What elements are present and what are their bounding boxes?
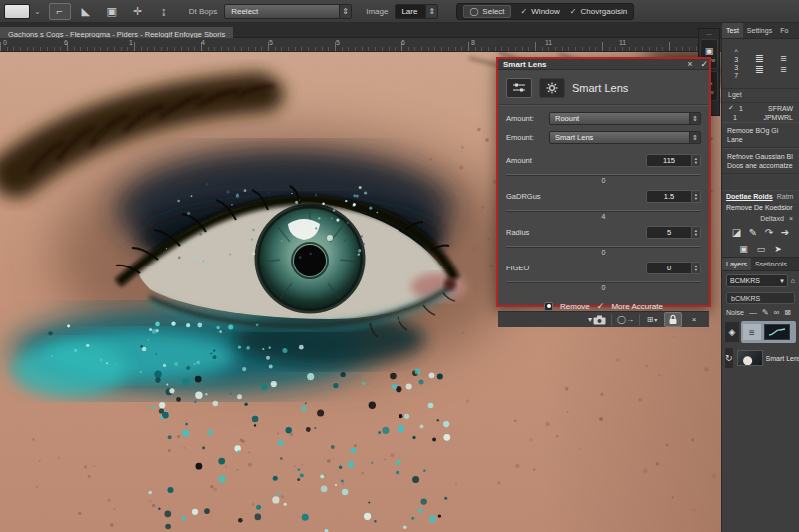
sharpen-toggle-label: Chovrgaoisin [580, 7, 627, 16]
check-icon: ✓ [570, 7, 577, 16]
remove-label: Remove [560, 302, 590, 311]
triangle-tool-button[interactable]: ◣ [75, 3, 97, 20]
box-icon[interactable]: ▣ [739, 244, 748, 254]
home-icon[interactable]: ⌂ [791, 277, 795, 284]
curve-thumbnail[interactable] [764, 324, 790, 340]
pencil-icon[interactable]: ✎ [762, 308, 769, 317]
row-number: 1 [739, 105, 743, 112]
layer-filter-bar[interactable]: bCMKRS [726, 292, 795, 304]
tab-fo[interactable]: Fo [776, 23, 792, 38]
list-glyph: ≣ [755, 63, 764, 75]
visibility-cell[interactable]: ◈ [725, 322, 739, 342]
bullet-list-icon[interactable]: ≣≣ [755, 53, 764, 75]
updown-icon: ⇕ [339, 5, 351, 18]
smart-lens-dialog: Smart Lens × ✓ [496, 57, 711, 307]
pointer-icon[interactable]: ➤ [774, 244, 782, 254]
gear-button[interactable] [539, 78, 565, 98]
anchor-tool-button[interactable]: ↨ [153, 3, 175, 20]
strip-grip-icon[interactable]: — [706, 31, 712, 37]
detail-row: Deltaxd × [722, 213, 799, 224]
preset-dropdown[interactable]: Roount ⇕ [549, 112, 701, 125]
close-icon[interactable]: × [687, 59, 692, 69]
lock-button[interactable] [664, 312, 682, 327]
layer-row-smart-lens[interactable]: ↻ Smart Lens [722, 345, 799, 371]
cancel-button[interactable]: × [685, 312, 703, 327]
chevron-down-icon[interactable]: ⌄ [34, 7, 41, 16]
row-text: SFRAW [768, 105, 793, 112]
radius-value: 5 [667, 228, 671, 237]
radius-input[interactable]: 5 [646, 226, 692, 239]
gadrgus-stepper[interactable]: ▴▾ [692, 190, 701, 203]
select-toggle[interactable]: ◯ Select [463, 5, 510, 18]
crop-icon[interactable]: ◪ [732, 227, 741, 238]
gadrgus-value: 1.5 [664, 192, 674, 201]
grid-icon: ⊞ [647, 315, 654, 324]
check-icon: ✓ [521, 7, 528, 16]
list-item[interactable]: 1 JPMWRL [722, 113, 799, 122]
horizontal-ruler[interactable]: 0 6 1 4 5 5 6 8 11 11 [0, 38, 721, 52]
close-icon: × [692, 315, 697, 324]
tab-layers[interactable]: Layers [722, 258, 751, 270]
mode-dropdown[interactable]: Smart Lens ⇕ [549, 131, 701, 144]
dropdown-icon: ▾ [654, 316, 657, 323]
tab-doetlae-roids[interactable]: Doetlae Roids [726, 193, 773, 200]
window-toggle[interactable]: ✓ Window [521, 7, 560, 16]
figeo-stepper[interactable]: ▴▾ [692, 262, 701, 274]
down-icon: ▾ [695, 268, 697, 272]
mask-icon[interactable]: ⊠ [784, 308, 791, 317]
amount-row: Amount 115 ▴▾ [506, 154, 701, 167]
check-icon[interactable]: ✓ [597, 301, 605, 311]
marquee-tool-button[interactable]: ▣ [101, 3, 123, 20]
amount-stepper[interactable]: ▴▾ [692, 154, 701, 167]
figeo-input[interactable]: 0 [646, 262, 692, 274]
tab-ratm[interactable]: Ratm [777, 193, 794, 200]
tab-ssetincols[interactable]: Ssetincols [751, 258, 791, 270]
refresh-cell[interactable]: ↻ [725, 348, 733, 368]
sync-button[interactable]: ◯→ [615, 312, 636, 327]
gadrgus-slider[interactable]: 4 [506, 208, 701, 222]
blend-mode-dropdown[interactable]: BCMKRS ▾ [726, 274, 788, 287]
ruler-label: 8 [471, 39, 475, 46]
camera-export-button[interactable]: ▾ [586, 312, 608, 327]
tab-test[interactable]: Test [722, 23, 743, 38]
noise-label: Noise [726, 309, 744, 316]
down-icon: ▾ [695, 197, 697, 201]
list-item[interactable]: ✓ 1 SFRAW [722, 103, 799, 113]
minus-icon[interactable]: — [749, 308, 757, 317]
amount-input[interactable]: 115 [646, 154, 692, 167]
mode-row: Emount: Smart Lens ⇕ [506, 131, 701, 144]
adjust-dropdown[interactable]: Reelect ⇕ [224, 4, 352, 19]
gadrgus-input[interactable]: 1.5 [646, 190, 692, 203]
undo-icon[interactable]: ↷ [765, 227, 773, 238]
radius-stepper[interactable]: ▴▾ [692, 226, 701, 239]
grid-button[interactable]: ⊞ ▾ [643, 312, 661, 327]
frame-icon[interactable]: ▭ [757, 244, 766, 254]
tool-preset-swatch[interactable] [4, 4, 30, 19]
spacing-values[interactable]: ^ 3 3 7 [734, 48, 738, 80]
amount-slider[interactable]: 0 [506, 172, 701, 186]
dialog-title-bar[interactable]: Smart Lens × ✓ [498, 59, 709, 70]
sharpen-toggle[interactable]: ✓ Chovrgaoisin [570, 7, 627, 16]
spacing-value: 3 [734, 56, 738, 64]
pencil-icon[interactable]: ✎ [749, 227, 757, 238]
radius-slider[interactable]: 0 [506, 244, 701, 258]
box-icon: ▣ [705, 46, 714, 56]
adjustment-thumbnail[interactable]: ≡ [743, 324, 761, 340]
camera-icon [593, 315, 606, 325]
corner-tool-button[interactable]: ⌐ [49, 3, 71, 20]
sliders-button[interactable] [506, 78, 532, 98]
mode-value: Smart Lens [555, 133, 689, 142]
gaussian-line-2: Doos ane accomatze [727, 161, 794, 170]
redo-icon[interactable]: ➔ [781, 227, 789, 238]
remove-radio[interactable] [544, 302, 553, 311]
confirm-icon[interactable]: ✓ [700, 59, 708, 69]
move-tool-button[interactable]: ✛ [127, 3, 149, 20]
numbered-list-icon[interactable]: ≡≡ [780, 53, 786, 75]
tab-settings[interactable]: Settings [743, 23, 776, 38]
image-dropdown[interactable]: Lare ⇕ [395, 4, 438, 19]
link-icon[interactable]: ∞ [774, 308, 780, 317]
figeo-slider[interactable]: 0 [506, 279, 701, 293]
layer-row-selected[interactable]: ◈ ≡ [722, 319, 799, 345]
layer-thumbnail[interactable] [737, 350, 763, 366]
close-icon[interactable]: × [789, 215, 793, 222]
